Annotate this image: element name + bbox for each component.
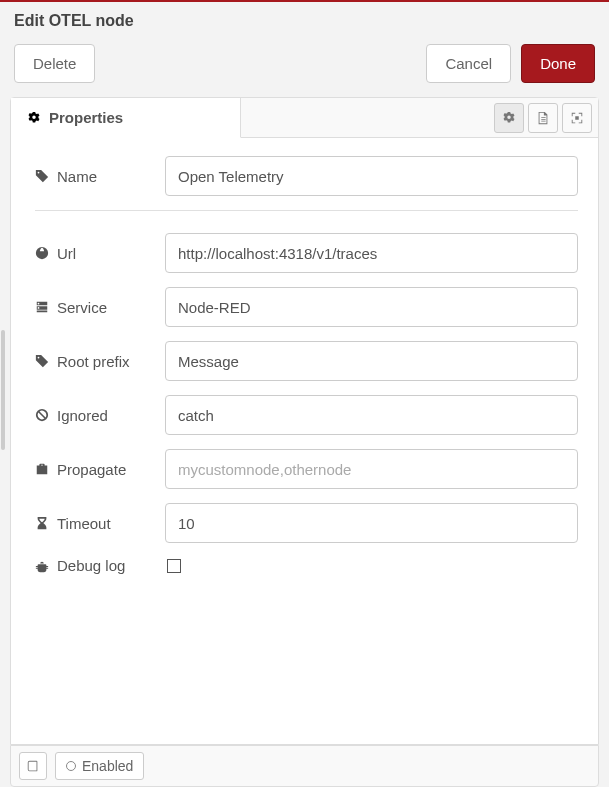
file-icon — [536, 111, 550, 125]
ignored-label: Ignored — [35, 407, 165, 424]
debug-log-label: Debug log — [35, 557, 165, 574]
enabled-toggle[interactable]: Enabled — [55, 752, 144, 780]
settings-button[interactable] — [494, 103, 524, 133]
timeout-input[interactable] — [165, 503, 578, 543]
book-icon — [26, 759, 40, 773]
ignored-input[interactable] — [165, 395, 578, 435]
dialog-title: Edit OTEL node — [0, 2, 609, 36]
root-prefix-label: Root prefix — [35, 353, 165, 370]
service-input[interactable] — [165, 287, 578, 327]
ban-icon — [35, 408, 49, 422]
hourglass-icon — [35, 516, 49, 530]
done-button[interactable]: Done — [521, 44, 595, 83]
briefcase-icon — [35, 462, 49, 476]
name-input[interactable] — [165, 156, 578, 196]
tab-properties[interactable]: Properties — [11, 98, 241, 138]
root-prefix-input[interactable] — [165, 341, 578, 381]
tab-properties-label: Properties — [49, 109, 123, 126]
gear-icon — [27, 111, 41, 125]
name-label: Name — [35, 168, 165, 185]
cancel-button[interactable]: Cancel — [426, 44, 511, 83]
enabled-label: Enabled — [82, 758, 133, 774]
gear-icon — [502, 111, 516, 125]
propagate-input[interactable] — [165, 449, 578, 489]
debug-log-checkbox[interactable] — [167, 559, 181, 573]
delete-button[interactable]: Delete — [14, 44, 95, 83]
server-icon — [35, 300, 49, 314]
circle-icon — [66, 761, 76, 771]
timeout-label: Timeout — [35, 515, 165, 532]
scrollbar[interactable] — [1, 330, 5, 450]
url-label: Url — [35, 245, 165, 262]
appearance-button[interactable] — [562, 103, 592, 133]
info-button[interactable] — [19, 752, 47, 780]
expand-icon — [570, 111, 584, 125]
bug-icon — [35, 559, 49, 573]
globe-icon — [35, 246, 49, 260]
service-label: Service — [35, 299, 165, 316]
url-input[interactable] — [165, 233, 578, 273]
divider — [35, 210, 578, 211]
propagate-label: Propagate — [35, 461, 165, 478]
tag-icon — [35, 169, 49, 183]
description-button[interactable] — [528, 103, 558, 133]
tag-icon — [35, 354, 49, 368]
